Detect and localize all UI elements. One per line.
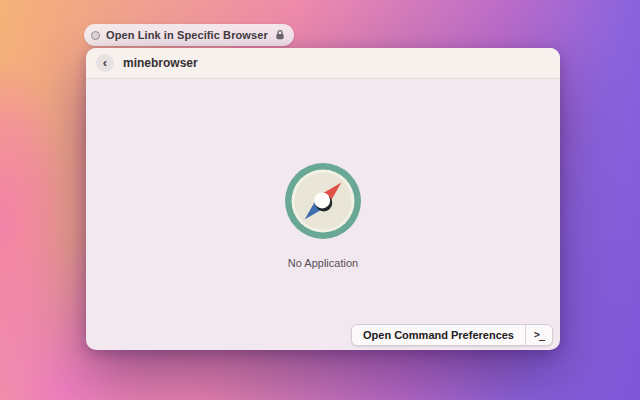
command-title-label: Open Link in Specific Browser xyxy=(106,29,268,41)
search-query-text: minebrowser xyxy=(123,56,198,70)
window-header: ‹ minebrowser xyxy=(86,48,560,79)
status-dot-icon xyxy=(91,31,100,40)
back-button[interactable]: ‹ xyxy=(96,54,114,72)
open-command-preferences-button[interactable]: Open Command Preferences >_ xyxy=(351,324,553,346)
browser-picker-window: ‹ minebrowser No Application Open Comman… xyxy=(86,48,560,350)
command-title-pill[interactable]: Open Link in Specific Browser xyxy=(84,24,294,46)
open-command-preferences-label: Open Command Preferences xyxy=(352,325,525,345)
terminal-prompt-icon: >_ xyxy=(526,325,552,345)
empty-state-message: No Application xyxy=(86,257,560,269)
back-chevron-icon: ‹ xyxy=(103,56,107,69)
lock-icon xyxy=(274,29,286,41)
compass-icon xyxy=(284,162,362,240)
